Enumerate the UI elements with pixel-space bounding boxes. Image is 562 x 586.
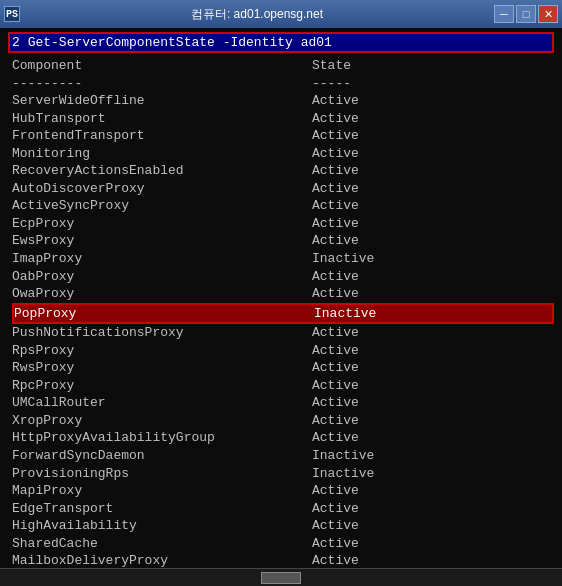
cell-component: RecoveryActionsEnabled <box>12 162 312 180</box>
cell-component: EcpProxy <box>12 215 312 233</box>
command-line: 2 Get-ServerComponentState -Identity ad0… <box>8 32 554 53</box>
title-bar-title: 컴퓨터: ad01.opensg.net <box>20 6 494 23</box>
cell-state: Inactive <box>312 250 432 268</box>
table-row: FrontendTransportActive <box>12 127 554 145</box>
cell-component: ImapProxy <box>12 250 312 268</box>
table-header-row: Component State <box>12 57 554 75</box>
cell-component: ServerWideOffline <box>12 92 312 110</box>
table-row: HighAvailabilityActive <box>12 517 554 535</box>
table-row: RpsProxyActive <box>12 342 554 360</box>
console-area[interactable]: 2 Get-ServerComponentState -Identity ad0… <box>0 28 562 568</box>
cell-state: Active <box>312 127 432 145</box>
minimize-button[interactable]: ─ <box>494 5 514 23</box>
table-row: OwaProxyActive <box>12 285 554 303</box>
cell-state: Active <box>312 92 432 110</box>
table-row: EdgeTransportActive <box>12 500 554 518</box>
table-row: XropProxyActive <box>12 412 554 430</box>
table-row: HubTransportActive <box>12 110 554 128</box>
cell-component: ProvisioningRps <box>12 465 312 483</box>
cell-state: Active <box>312 552 432 568</box>
table-row: RpcProxyActive <box>12 377 554 395</box>
cell-state: Active <box>312 359 432 377</box>
cell-state: Active <box>312 394 432 412</box>
cell-state: Active <box>312 145 432 163</box>
cell-state: Active <box>312 232 432 250</box>
cell-component: AutoDiscoverProxy <box>12 180 312 198</box>
command-text: Get-ServerComponentState -Identity ad01 <box>28 35 332 50</box>
table-row: RecoveryActionsEnabledActive <box>12 162 554 180</box>
table-row: AutoDiscoverProxyActive <box>12 180 554 198</box>
title-bar-left: PS <box>4 6 20 22</box>
table-separator-row: --------- ----- <box>12 75 554 93</box>
cell-state: Active <box>312 377 432 395</box>
cell-component: OabProxy <box>12 268 312 286</box>
maximize-button[interactable]: □ <box>516 5 536 23</box>
horizontal-scrollbar-thumb[interactable] <box>261 572 301 584</box>
table-area: Component State --------- ----- ServerWi… <box>8 57 554 568</box>
cell-state: Active <box>312 324 432 342</box>
cell-component: EwsProxy <box>12 232 312 250</box>
close-button[interactable]: ✕ <box>538 5 558 23</box>
separator-state: ----- <box>312 75 432 93</box>
table-row: PushNotificationsProxyActive <box>12 324 554 342</box>
table-row: ForwardSyncDaemonInactive <box>12 447 554 465</box>
cell-state: Active <box>312 180 432 198</box>
table-row: MapiProxyActive <box>12 482 554 500</box>
cell-component: FrontendTransport <box>12 127 312 145</box>
table-row: OabProxyActive <box>12 268 554 286</box>
table-row: HttpProxyAvailabilityGroupActive <box>12 429 554 447</box>
cell-state: Active <box>312 110 432 128</box>
cell-state: Active <box>312 412 432 430</box>
cell-state: Active <box>312 482 432 500</box>
cell-state: Active <box>312 197 432 215</box>
table-row: UMCallRouterActive <box>12 394 554 412</box>
header-component: Component <box>12 57 312 75</box>
table-row: ImapProxyInactive <box>12 250 554 268</box>
cell-component: PushNotificationsProxy <box>12 324 312 342</box>
cell-state: Active <box>312 342 432 360</box>
table-row: ProvisioningRpsInactive <box>12 465 554 483</box>
cell-state: Active <box>312 517 432 535</box>
cell-component: ActiveSyncProxy <box>12 197 312 215</box>
cell-component: RpcProxy <box>12 377 312 395</box>
title-bar-buttons: ─ □ ✕ <box>494 5 558 23</box>
cell-component: RwsProxy <box>12 359 312 377</box>
cell-component: UMCallRouter <box>12 394 312 412</box>
table-row: EcpProxyActive <box>12 215 554 233</box>
header-state: State <box>312 57 432 75</box>
command-prompt: 2 <box>12 35 20 50</box>
title-bar: PS 컴퓨터: ad01.opensg.net ─ □ ✕ <box>0 0 562 28</box>
cell-state: Active <box>312 268 432 286</box>
table-row: ActiveSyncProxyActive <box>12 197 554 215</box>
window: PS 컴퓨터: ad01.opensg.net ─ □ ✕ 2 Get-Serv… <box>0 0 562 586</box>
cell-component: Monitoring <box>12 145 312 163</box>
cell-component: XropProxy <box>12 412 312 430</box>
cell-component: OwaProxy <box>12 285 312 303</box>
cell-component: EdgeTransport <box>12 500 312 518</box>
cell-component: HttpProxyAvailabilityGroup <box>12 429 312 447</box>
cell-component: RpsProxy <box>12 342 312 360</box>
cell-state: Inactive <box>314 305 434 323</box>
cell-component: HighAvailability <box>12 517 312 535</box>
cell-state: Inactive <box>312 447 432 465</box>
table-row: RwsProxyActive <box>12 359 554 377</box>
table-row: PopProxyInactive <box>12 303 554 325</box>
cell-state: Active <box>312 429 432 447</box>
cell-component: MailboxDeliveryProxy <box>12 552 312 568</box>
table-row: SharedCacheActive <box>12 535 554 553</box>
cell-component: MapiProxy <box>12 482 312 500</box>
table-row: ServerWideOfflineActive <box>12 92 554 110</box>
app-icon: PS <box>4 6 20 22</box>
table-row: MonitoringActive <box>12 145 554 163</box>
cell-state: Active <box>312 500 432 518</box>
cell-state: Active <box>312 162 432 180</box>
cell-state: Active <box>312 535 432 553</box>
cell-component: PopProxy <box>14 305 314 323</box>
table-row: MailboxDeliveryProxyActive <box>12 552 554 568</box>
cell-component: SharedCache <box>12 535 312 553</box>
cell-state: Inactive <box>312 465 432 483</box>
cell-component: HubTransport <box>12 110 312 128</box>
table-rows: ServerWideOfflineActiveHubTransportActiv… <box>12 92 554 568</box>
separator-component: --------- <box>12 75 312 93</box>
cell-component: ForwardSyncDaemon <box>12 447 312 465</box>
